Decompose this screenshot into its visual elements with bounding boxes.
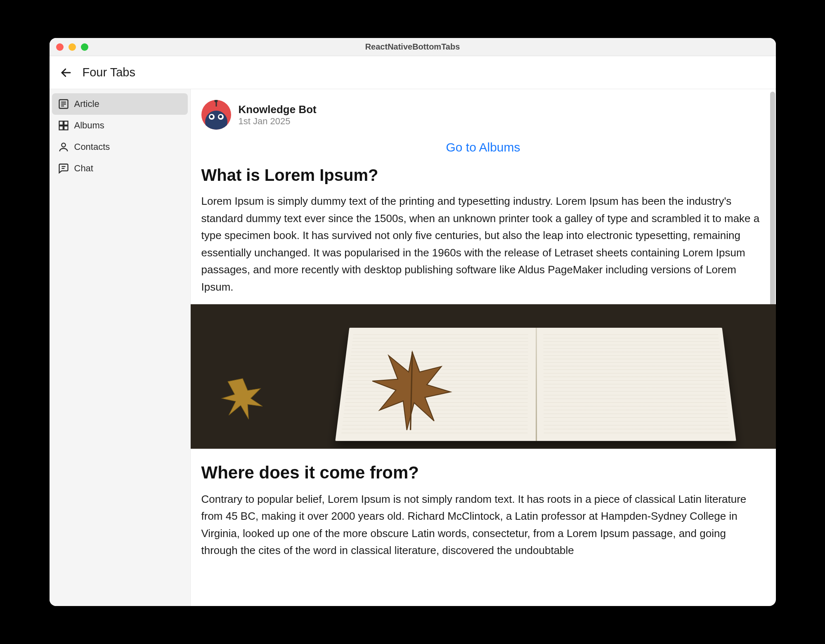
close-window-button[interactable] bbox=[56, 43, 64, 51]
leaf-icon bbox=[214, 374, 272, 423]
section-heading-2: Where does it come from? bbox=[201, 463, 765, 483]
app-window: ReactNativeBottomTabs Four Tabs Article … bbox=[50, 38, 776, 606]
section-body-2: Contrary to popular belief, Lorem Ipsum … bbox=[201, 491, 765, 559]
sidebar-item-article[interactable]: Article bbox=[52, 93, 188, 115]
header: Four Tabs bbox=[50, 56, 776, 89]
sidebar-item-label: Article bbox=[74, 99, 99, 109]
sidebar: Article Albums Contacts Chat bbox=[50, 89, 191, 606]
chat-icon bbox=[58, 163, 69, 174]
sidebar-item-label: Albums bbox=[74, 120, 104, 131]
sidebar-item-contacts[interactable]: Contacts bbox=[52, 136, 188, 158]
article: Knowledge Bot 1st Jan 2025 Go to Albums … bbox=[191, 89, 776, 559]
contacts-icon bbox=[58, 141, 69, 153]
window-title: ReactNativeBottomTabs bbox=[50, 42, 776, 52]
section-body-1: Lorem Ipsum is simply dummy text of the … bbox=[201, 193, 765, 296]
window-controls bbox=[50, 43, 88, 51]
sidebar-item-label: Chat bbox=[74, 163, 93, 174]
link-row: Go to Albums bbox=[201, 140, 765, 154]
go-to-albums-link[interactable]: Go to Albums bbox=[446, 140, 520, 154]
sidebar-item-label: Contacts bbox=[74, 142, 110, 152]
svg-rect-5 bbox=[59, 121, 63, 125]
svg-rect-7 bbox=[59, 126, 63, 130]
back-button[interactable] bbox=[58, 64, 74, 81]
avatar bbox=[201, 100, 231, 130]
content-area[interactable]: Knowledge Bot 1st Jan 2025 Go to Albums … bbox=[191, 89, 776, 606]
arrow-left-icon bbox=[60, 66, 72, 79]
author-meta: Knowledge Bot 1st Jan 2025 bbox=[239, 103, 317, 127]
svg-point-9 bbox=[61, 143, 65, 147]
leaf-icon bbox=[355, 345, 470, 436]
body: Article Albums Contacts Chat bbox=[50, 89, 776, 606]
author-date: 1st Jan 2025 bbox=[239, 116, 317, 127]
article-icon bbox=[58, 98, 69, 110]
svg-rect-8 bbox=[64, 126, 68, 130]
sidebar-item-chat[interactable]: Chat bbox=[52, 158, 188, 179]
article-image bbox=[191, 304, 776, 449]
section-heading-1: What is Lorem Ipsum? bbox=[201, 166, 765, 185]
author-row: Knowledge Bot 1st Jan 2025 bbox=[201, 100, 765, 130]
sidebar-item-albums[interactable]: Albums bbox=[52, 115, 188, 136]
albums-icon bbox=[58, 120, 69, 131]
svg-rect-6 bbox=[64, 121, 68, 125]
author-name: Knowledge Bot bbox=[239, 103, 317, 116]
titlebar: ReactNativeBottomTabs bbox=[50, 38, 776, 56]
maximize-window-button[interactable] bbox=[81, 43, 88, 51]
page-title: Four Tabs bbox=[83, 66, 135, 79]
minimize-window-button[interactable] bbox=[69, 43, 76, 51]
